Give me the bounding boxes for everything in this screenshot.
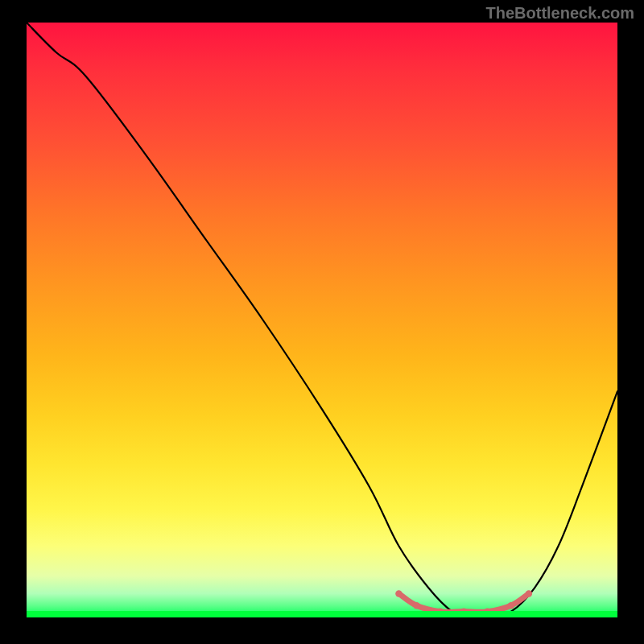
optimal-dot — [413, 602, 419, 609]
optimal-dot — [395, 590, 402, 597]
watermark-text: TheBottleneck.com — [486, 4, 634, 23]
chart-plot-area — [27, 23, 617, 617]
green-baseline — [27, 611, 617, 617]
bottleneck-curve-path — [27, 23, 617, 617]
optimal-dot — [508, 602, 514, 609]
optimal-dot — [526, 590, 532, 597]
curve-layer — [27, 23, 617, 617]
